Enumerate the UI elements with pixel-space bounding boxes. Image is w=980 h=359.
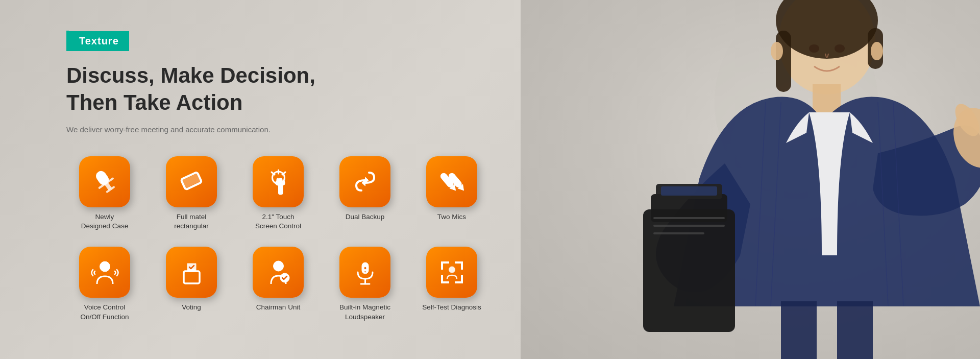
icon-box-chairman-unit (253, 247, 304, 298)
svg-point-38 (100, 261, 110, 272)
svg-point-21 (809, 44, 819, 53)
texture-label: Texture (69, 31, 129, 51)
svg-point-48 (449, 267, 455, 273)
svg-rect-3 (776, 31, 791, 92)
microphone-wireless-icon (351, 258, 379, 286)
texture-badge: Texture (66, 31, 505, 51)
feature-label-voting: Voting (182, 303, 201, 313)
feature-label-voice-control: Voice Control On/Off Function (80, 303, 129, 322)
icon-box-two-mics (426, 156, 477, 207)
feature-label-built-in-speaker: Built-in Magnetic Loudspeaker (339, 303, 390, 322)
feature-self-test: Self-Test Diagnosis (413, 247, 490, 322)
svg-point-23 (871, 42, 883, 60)
svg-point-24 (771, 42, 783, 60)
svg-rect-19 (781, 301, 817, 359)
icon-box-self-test (426, 247, 477, 298)
svg-rect-20 (837, 301, 873, 359)
icon-box-voice-control (79, 247, 130, 298)
svg-rect-8 (643, 209, 735, 332)
svg-rect-39 (184, 271, 200, 283)
feature-voice-control: Voice Control On/Off Function (66, 247, 143, 322)
person-sound-icon (91, 258, 119, 286)
feature-label-chairman-unit: Chairman Unit (256, 303, 300, 313)
icon-box-voting (166, 247, 217, 298)
feature-voting: Voting (153, 247, 230, 322)
svg-rect-14 (661, 186, 717, 196)
icon-box-newly-designed-case (79, 156, 130, 207)
feature-label-full-matel: Full matel rectangular (174, 212, 209, 232)
feature-label-two-mics: Two Mics (437, 212, 466, 222)
feature-chairman-unit: Chairman Unit (240, 247, 316, 322)
icon-box-built-in-speaker (339, 247, 390, 298)
subtitle: We deliver worry-free meeting and accura… (66, 124, 505, 136)
person-area (521, 0, 980, 359)
person-illustration (521, 0, 980, 359)
content-area: Texture Discuss, Make Decision, Then Tak… (66, 31, 505, 322)
main-title: Discuss, Make Decision, Then Take Action (66, 62, 505, 116)
svg-point-41 (273, 261, 283, 271)
svg-point-22 (835, 44, 845, 53)
mic-slanted-icon (91, 167, 119, 196)
page-wrapper: Texture Discuss, Make Decision, Then Tak… (0, 0, 980, 359)
features-grid: Newly Designed Case Full matel rectangul… (66, 156, 505, 323)
feature-touch-screen: 2.1" Touch Screen Control (240, 156, 316, 232)
touch-finger-icon (264, 167, 292, 196)
icon-box-full-matel (166, 156, 217, 207)
arrows-loop-icon (351, 167, 379, 196)
icon-box-touch-screen (253, 156, 304, 207)
svg-point-47 (364, 271, 366, 273)
feature-label-touch-screen: 2.1" Touch Screen Control (255, 212, 301, 232)
icon-box-dual-backup (339, 156, 390, 207)
feature-full-matel: Full matel rectangular (153, 156, 230, 232)
svg-rect-10 (653, 217, 725, 219)
screen-corners-icon (438, 258, 466, 286)
feature-dual-backup: Dual Backup (327, 156, 403, 232)
person-check-icon (264, 258, 292, 286)
feature-label-dual-backup: Dual Backup (346, 212, 385, 222)
rectangle-slanted-icon (178, 167, 206, 196)
feature-two-mics: Two Mics (413, 156, 490, 232)
feature-newly-designed-case: Newly Designed Case (66, 156, 143, 232)
vote-ballot-icon (178, 258, 206, 286)
svg-point-46 (364, 267, 366, 269)
svg-rect-5 (813, 84, 841, 112)
feature-label-newly-designed-case: Newly Designed Case (81, 212, 128, 232)
feature-label-self-test: Self-Test Diagnosis (422, 303, 481, 313)
two-pencils-icon (438, 167, 466, 196)
svg-rect-12 (653, 232, 704, 234)
svg-rect-11 (653, 225, 725, 227)
feature-built-in-speaker: Built-in Magnetic Loudspeaker (327, 247, 403, 322)
